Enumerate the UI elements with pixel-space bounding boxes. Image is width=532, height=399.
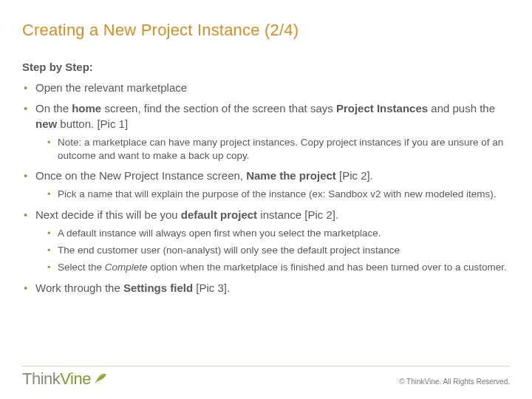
sub-list-item: Note: a marketplace can have many projec… [47,136,510,163]
list-text: button. [Pic 1] [57,117,128,130]
list-text: Select the [58,262,105,273]
bold-text: home [72,102,101,115]
logo-vine: Vine [60,369,91,389]
list-item: Open the relevant marketplace [24,81,510,95]
list-item: Next decide if this will be you default … [24,208,510,275]
step-list: Open the relevant marketplace On the hom… [22,81,510,296]
bold-text: Name the project [246,169,336,182]
step-by-step-heading: Step by Step: [22,61,510,73]
bold-text: Settings field [123,282,193,294]
thinkvine-logo: ThinkVine [22,369,109,389]
sub-list: A default instance will always open firs… [35,227,510,275]
sub-list-item: A default instance will always open firs… [47,227,510,240]
list-text: [Pic 2]. [336,169,373,182]
list-text: option when the marketplace is finished … [148,262,507,273]
sub-list: Pick a name that will explain the purpos… [35,188,510,201]
list-item: On the home screen, find the section of … [24,101,510,163]
list-text: Next decide if this will be you [35,208,181,221]
bold-text: new [35,117,57,130]
list-text: screen, find the section of the screen t… [101,102,336,115]
list-text: Work through the [35,282,123,294]
leaf-icon [94,371,109,384]
sub-list: Note: a marketplace can have many projec… [35,136,510,163]
list-item: Work through the Settings field [Pic 3]. [24,281,510,296]
logo-think: Think [22,369,60,389]
sub-list-item: The end customer user (non-analyst) will… [47,244,510,257]
list-text: Once on the New Project Instance screen, [35,169,246,182]
sub-list-item: Select the Complete option when the mark… [47,261,510,274]
italic-text: Complete [105,262,148,273]
list-text: [Pic 3]. [193,282,230,294]
list-text: Open the relevant marketplace [35,81,187,94]
bold-text: Project Instances [336,102,428,115]
list-item: Once on the New Project Instance screen,… [24,168,510,201]
sub-list-item: Pick a name that will explain the purpos… [47,188,510,201]
list-text: and push the [428,102,495,115]
footer: ThinkVine © ThinkVine. All Rights Reserv… [0,369,532,389]
divider [22,366,510,366]
list-text: instance [Pic 2]. [257,208,338,221]
bold-text: default project [181,208,257,221]
page-title: Creating a New Project Instance (2/4) [22,21,510,40]
list-text: On the [35,102,72,115]
copyright-text: © ThinkVine. All Rights Reserved. [399,378,510,389]
